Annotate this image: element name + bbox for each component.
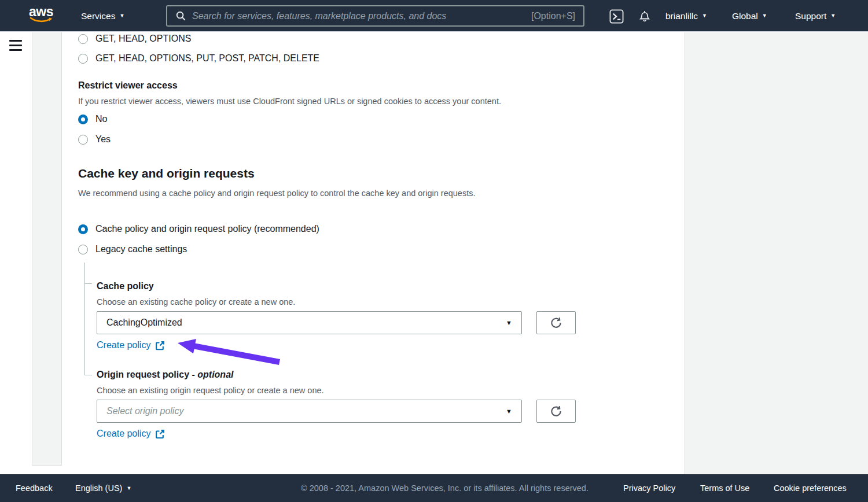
chevron-down-icon: ▼ — [762, 13, 767, 19]
origin-request-policy-refresh-button[interactable] — [536, 400, 576, 423]
refresh-icon — [550, 316, 562, 329]
tree-connector-elbow — [84, 375, 92, 375]
cookie-preferences-link[interactable]: Cookie preferences — [774, 474, 847, 502]
chevron-down-icon: ▼ — [119, 13, 124, 19]
restrict-viewer-access-label: Restrict viewer access — [78, 80, 178, 91]
left-rail — [0, 32, 32, 474]
terms-of-use-link[interactable]: Terms of Use — [700, 474, 749, 502]
cache-key-section-description: We recommend using a cache policy and or… — [78, 189, 475, 198]
cache-policy-selected-value: CachingOptimized — [106, 318, 182, 328]
collapsed-side-panel — [32, 32, 62, 466]
main-content: GET, HEAD, OPTIONS GET, HEAD, OPTIONS, P… — [62, 32, 685, 474]
cache-policy-create-link[interactable]: Create policy — [97, 340, 165, 350]
origin-request-policy-placeholder: Select origin policy — [106, 406, 183, 416]
origin-request-policy-label: Origin request policy - optional — [97, 370, 233, 380]
allowed-methods-option-2-label: GET, HEAD, OPTIONS, PUT, POST, PATCH, DE… — [95, 53, 319, 64]
support-menu-label: Support — [795, 11, 826, 21]
legacy-cache-mode-label: Legacy cache settings — [95, 244, 187, 254]
chevron-down-icon: ▼ — [702, 13, 707, 19]
search-input[interactable] — [192, 11, 525, 21]
restrict-viewer-yes-option[interactable]: Yes — [78, 132, 111, 147]
allowed-methods-option-1[interactable]: GET, HEAD, OPTIONS — [78, 31, 191, 46]
privacy-policy-link[interactable]: Privacy Policy — [623, 474, 675, 502]
aws-logo-text: aws — [29, 4, 53, 19]
cloudshell-icon[interactable] — [608, 8, 624, 24]
cache-policy-mode-label: Cache policy and origin request policy (… — [95, 224, 319, 234]
region-menu[interactable]: Global ▼ — [732, 0, 767, 32]
refresh-icon — [550, 405, 562, 418]
chevron-down-icon: ▼ — [830, 13, 836, 19]
aws-logo[interactable]: aws — [28, 5, 54, 23]
allowed-methods-option-2[interactable]: GET, HEAD, OPTIONS, PUT, POST, PATCH, DE… — [78, 51, 319, 66]
restrict-viewer-yes-label: Yes — [95, 134, 111, 145]
notifications-bell-icon[interactable] — [637, 8, 653, 24]
restrict-viewer-no-option[interactable]: No — [78, 112, 107, 127]
radio-unchecked-icon[interactable] — [78, 135, 88, 145]
restrict-viewer-access-description: If you restrict viewer access, viewers m… — [78, 97, 501, 106]
radio-unchecked-icon[interactable] — [78, 34, 88, 44]
language-selector[interactable]: English (US) ▼ — [75, 474, 131, 502]
search-icon — [175, 10, 186, 21]
restrict-viewer-no-label: No — [95, 114, 107, 124]
select-caret-down-icon: ▼ — [506, 408, 512, 415]
feedback-button[interactable]: Feedback — [16, 474, 53, 502]
origin-request-policy-create-label: Create policy — [97, 429, 150, 439]
origin-request-policy-create-link[interactable]: Create policy — [97, 429, 165, 439]
account-menu-label: brianlillc — [665, 11, 698, 21]
chevron-down-icon: ▼ — [126, 486, 131, 491]
right-gutter-panel — [685, 32, 868, 474]
external-link-icon — [155, 429, 165, 439]
legacy-cache-mode-option[interactable]: Legacy cache settings — [78, 242, 187, 257]
tree-connector-line — [84, 263, 85, 375]
allowed-methods-option-1-label: GET, HEAD, OPTIONS — [95, 34, 191, 44]
top-navigation-bar: aws Services ▼ [Option+S] brianlil — [0, 0, 868, 32]
external-link-icon — [155, 341, 165, 350]
tree-connector-stub — [84, 283, 92, 284]
cache-policy-description: Choose an existing cache policy or creat… — [97, 297, 295, 307]
global-search-box[interactable]: [Option+S] — [166, 5, 584, 27]
copyright-text: © 2008 - 2021, Amazon Web Services, Inc.… — [301, 474, 589, 502]
cache-policy-mode-option[interactable]: Cache policy and origin request policy (… — [78, 222, 319, 237]
search-shortcut-hint: [Option+S] — [531, 11, 575, 21]
account-menu[interactable]: brianlillc ▼ — [665, 0, 707, 32]
origin-request-policy-description: Choose an existing origin request policy… — [97, 386, 324, 395]
cache-policy-label: Cache policy — [97, 281, 154, 291]
services-menu[interactable]: Services ▼ — [81, 0, 124, 32]
cache-policy-select[interactable]: CachingOptimized ▼ — [97, 311, 522, 334]
radio-checked-icon[interactable] — [78, 115, 88, 124]
support-menu[interactable]: Support ▼ — [795, 0, 836, 32]
cache-policy-refresh-button[interactable] — [536, 311, 576, 334]
radio-unchecked-icon[interactable] — [78, 245, 88, 254]
cache-policy-create-label: Create policy — [97, 340, 150, 350]
select-caret-down-icon: ▼ — [506, 319, 512, 326]
radio-unchecked-icon[interactable] — [78, 54, 88, 64]
menu-icon[interactable] — [9, 40, 22, 54]
origin-request-policy-select[interactable]: Select origin policy ▼ — [97, 400, 522, 423]
cache-key-section-title: Cache key and origin requests — [78, 167, 255, 180]
radio-checked-icon[interactable] — [78, 224, 88, 234]
arrow-annotation — [176, 339, 282, 367]
footer-bar: Feedback English (US) ▼ © 2008 - 2021, A… — [0, 474, 868, 502]
services-menu-label: Services — [81, 11, 115, 21]
region-menu-label: Global — [732, 11, 758, 21]
optional-tag: optional — [197, 370, 233, 379]
